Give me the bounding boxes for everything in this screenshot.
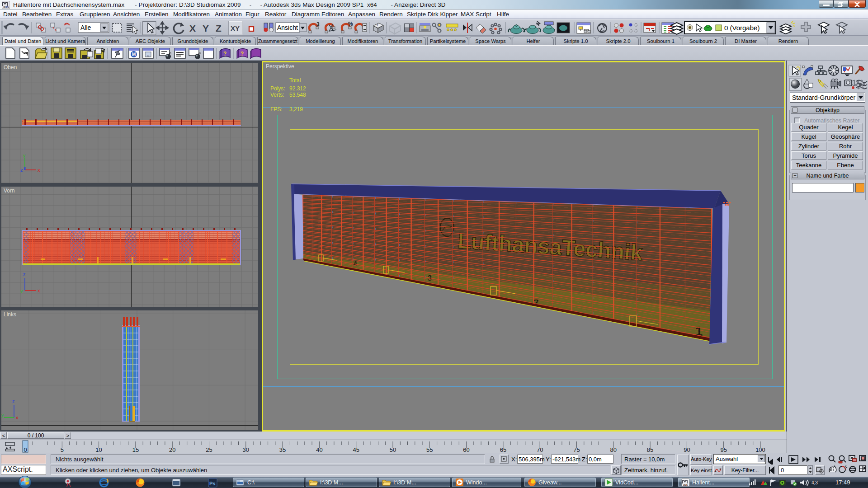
svg-text:x: x [16, 415, 19, 420]
svg-text:3: 3 [316, 21, 320, 28]
svg-text:50: 50 [390, 446, 396, 453]
svg-text:4,3: 4,3 [811, 480, 818, 485]
svg-text:XY: XY [231, 24, 240, 32]
svg-text:z: z [23, 272, 26, 277]
svg-text:60: 60 [463, 446, 469, 453]
svg-text:T: T [376, 23, 378, 27]
svg-text:%: % [348, 21, 353, 27]
svg-text:10: 10 [95, 446, 102, 453]
svg-text:20: 20 [169, 446, 175, 453]
svg-text:35: 35 [279, 446, 286, 453]
svg-text:75: 75 [573, 446, 580, 453]
svg-text:Ansicht: Ansicht [277, 24, 298, 31]
svg-text:30: 30 [243, 446, 249, 453]
svg-text:?: ? [223, 51, 226, 57]
svg-text:?: ? [241, 51, 244, 57]
svg-text:40: 40 [316, 446, 322, 453]
svg-text:y: y [1, 412, 4, 418]
svg-text:Alle: Alle [80, 24, 91, 31]
svg-text:0 (Vorgabe): 0 (Vorgabe) [724, 24, 760, 32]
svg-text:x: x [38, 288, 40, 293]
svg-text:90: 90 [684, 446, 690, 453]
svg-text:3DS: 3DS [3, 5, 9, 9]
svg-text:80: 80 [610, 446, 617, 453]
svg-text:15: 15 [132, 446, 139, 453]
svg-text:Y: Y [203, 23, 209, 33]
svg-text:25: 25 [206, 446, 212, 453]
svg-text:45: 45 [353, 446, 359, 453]
svg-text:55: 55 [426, 446, 433, 453]
svg-text:y: y [20, 288, 23, 293]
svg-text:M: M [132, 52, 136, 57]
svg-text:y: y [23, 154, 26, 158]
svg-text:0: 0 [24, 446, 27, 453]
svg-text:65: 65 [500, 446, 506, 453]
svg-text:X: X [189, 23, 196, 33]
svg-text:5: 5 [61, 446, 64, 453]
svg-text:3DS: 3DS [683, 483, 688, 486]
svg-text:z: z [12, 399, 15, 404]
svg-text:Ps: Ps [209, 481, 215, 486]
svg-text:70: 70 [537, 446, 543, 453]
svg-text:x: x [38, 167, 40, 173]
svg-text:95: 95 [720, 446, 726, 453]
svg-text:85: 85 [647, 446, 653, 453]
svg-text:z: z [20, 167, 23, 173]
svg-text:100: 100 [755, 446, 765, 453]
svg-text:Z: Z [216, 23, 222, 33]
